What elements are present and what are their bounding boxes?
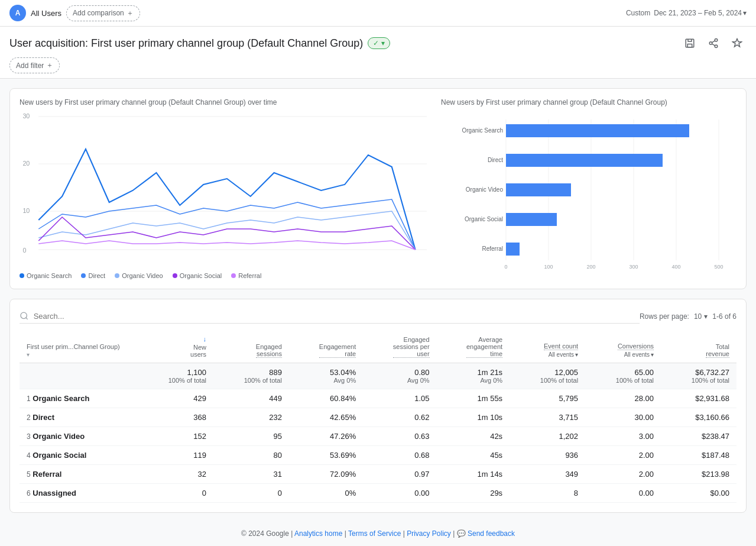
- line-chart-svg: 30 20 10 0: [20, 114, 427, 256]
- col-header-sessions-per-user[interactable]: Engagedsessions peruser: [363, 331, 436, 363]
- bar-organic-search[interactable]: [506, 124, 689, 137]
- row-engagement-rate: 53.69%: [289, 446, 363, 465]
- col-header-engagement-rate[interactable]: Engagementrate: [289, 331, 363, 363]
- totals-engaged-sessions: 889 100% of total: [213, 363, 289, 389]
- feedback-link[interactable]: Send feedback: [468, 529, 515, 538]
- legend-dot-organic-social: [173, 273, 177, 278]
- totals-row: 1,100 100% of total 889 100% of total 53…: [20, 363, 736, 389]
- all-users-label: All Users: [31, 9, 61, 18]
- row-avg-time: 1m 14s: [437, 465, 510, 484]
- svg-text:100: 100: [544, 264, 553, 270]
- main-content: New users by First user primary channel …: [0, 79, 756, 522]
- svg-text:20: 20: [22, 160, 30, 167]
- col-header-event-count[interactable]: Event count All events ▾: [510, 331, 585, 363]
- row-conversions: 0.00: [585, 484, 661, 503]
- svg-point-3: [715, 45, 718, 48]
- table-row: 2 Direct 368 232 42.65% 0.62 1m 10s 3,71…: [20, 408, 736, 427]
- row-engaged-sessions: 80: [213, 446, 289, 465]
- legend-organic-social: Organic Social: [173, 272, 222, 279]
- legend-organic-video: Organic Video: [115, 272, 163, 279]
- row-revenue: $238.47: [661, 427, 736, 446]
- svg-text:10: 10: [22, 208, 30, 214]
- top-bar-right: Custom Dec 21, 2023 – Feb 5, 2024 ▾: [626, 9, 747, 17]
- line-chart-title: New users by First user primary channel …: [20, 98, 427, 106]
- row-event-count: 349: [510, 465, 585, 484]
- svg-text:0: 0: [504, 264, 507, 270]
- bar-chart-section: New users by First user primary channel …: [441, 98, 736, 279]
- col-avg-time-label: Averageengagementtime: [466, 336, 502, 358]
- page-title-actions: [680, 34, 747, 53]
- col-header-channel[interactable]: First user prim...Channel Group) ▾: [20, 331, 138, 363]
- bar-organic-video[interactable]: [506, 183, 571, 196]
- all-users-button[interactable]: All Users: [31, 9, 61, 18]
- user-avatar[interactable]: A: [9, 5, 26, 21]
- row-revenue: $187.48: [661, 446, 736, 465]
- add-comparison-button[interactable]: Add comparison ＋: [66, 5, 140, 21]
- legend-organic-search: Organic Search: [20, 272, 72, 279]
- svg-text:300: 300: [629, 264, 638, 270]
- row-engaged-sessions: 232: [213, 408, 289, 427]
- event-count-filter-label: All events: [549, 351, 574, 358]
- conversions-filter-icon[interactable]: ▾: [651, 351, 654, 358]
- event-count-filter-icon[interactable]: ▾: [575, 351, 578, 358]
- col-sessions-per-user-label: Engagedsessions peruser: [393, 336, 430, 358]
- add-filter-button[interactable]: Add filter ＋: [9, 57, 60, 73]
- svg-text:200: 200: [586, 264, 595, 270]
- row-event-count: 5,795: [510, 389, 585, 408]
- table-search-row: Rows per page: 10 ▾ 1-6 of 6: [20, 309, 736, 324]
- row-revenue: $2,931.68: [661, 389, 736, 408]
- row-channel: 2 Direct: [20, 408, 138, 427]
- row-engaged-sessions: 95: [213, 427, 289, 446]
- row-engagement-rate: 72.09%: [289, 465, 363, 484]
- rows-per-page-select[interactable]: 10 ▾: [694, 312, 708, 321]
- row-revenue: $0.00: [661, 484, 736, 503]
- col-header-revenue[interactable]: Totalrevenue: [661, 331, 736, 363]
- title-badge[interactable]: ✓ ▾: [368, 37, 390, 49]
- search-input[interactable]: [34, 312, 640, 321]
- filter-icon[interactable]: ▾: [27, 351, 30, 358]
- row-avg-time: 29s: [437, 484, 510, 503]
- share-icon: [708, 38, 719, 49]
- col-header-conversions[interactable]: Conversions All events ▾: [585, 331, 661, 363]
- row-channel: 4 Organic Social: [20, 446, 138, 465]
- totals-conversions: 65.00 100% of total: [585, 363, 661, 389]
- top-bar: A All Users Add comparison ＋ Custom Dec …: [0, 0, 756, 27]
- terms-link[interactable]: Terms of Service: [348, 529, 401, 538]
- col-header-new-users[interactable]: ↓ Newusers: [138, 331, 213, 363]
- row-revenue: $3,160.66: [661, 408, 736, 427]
- row-conversions: 3.00: [585, 427, 661, 446]
- row-revenue: $213.98: [661, 465, 736, 484]
- bar-chart-svg: Organic Search Direct Organic Video Orga…: [441, 114, 736, 273]
- totals-revenue: $6,732.27 100% of total: [661, 363, 736, 389]
- col-header-engaged-sessions[interactable]: Engagedsessions: [213, 331, 289, 363]
- data-table: First user prim...Channel Group) ▾ ↓ New…: [20, 331, 736, 503]
- totals-engagement-rate: 53.04% Avg 0%: [289, 363, 363, 389]
- chevron-down-icon: ▾: [743, 9, 747, 17]
- bar-direct[interactable]: [506, 154, 663, 167]
- share-button[interactable]: [704, 34, 723, 53]
- analytics-home-link[interactable]: Analytics home: [294, 529, 342, 538]
- row-channel: 5 Referral: [20, 465, 138, 484]
- col-conversions-label: Conversions: [618, 343, 654, 350]
- feedback-icon: 💬: [457, 529, 466, 538]
- date-range-dropdown[interactable]: Dec 21, 2023 – Feb 5, 2024 ▾: [654, 9, 747, 17]
- row-conversions: 2.00: [585, 465, 661, 484]
- privacy-link[interactable]: Privacy Policy: [407, 529, 451, 538]
- insights-button[interactable]: [728, 34, 747, 53]
- row-channel: 6 Unassigned: [20, 484, 138, 503]
- row-new-users: 429: [138, 389, 213, 408]
- svg-text:Organic Video: Organic Video: [466, 186, 504, 193]
- bar-referral[interactable]: [506, 243, 520, 256]
- legend-dot-organic-search: [20, 273, 24, 278]
- top-bar-left: A All Users Add comparison ＋: [9, 5, 140, 21]
- col-header-avg-time[interactable]: Averageengagementtime: [437, 331, 510, 363]
- col-engaged-sessions-label: Engagedsessions: [256, 343, 282, 358]
- legend-label-organic-social: Organic Social: [180, 272, 222, 279]
- row-conversions: 30.00: [585, 408, 661, 427]
- legend-direct: Direct: [81, 272, 105, 279]
- bar-organic-social[interactable]: [506, 213, 557, 226]
- svg-text:30: 30: [22, 114, 30, 119]
- line-chart-container: 30 20 10 0: [20, 114, 427, 267]
- legend-dot-direct: [81, 273, 86, 278]
- save-report-button[interactable]: [680, 34, 699, 53]
